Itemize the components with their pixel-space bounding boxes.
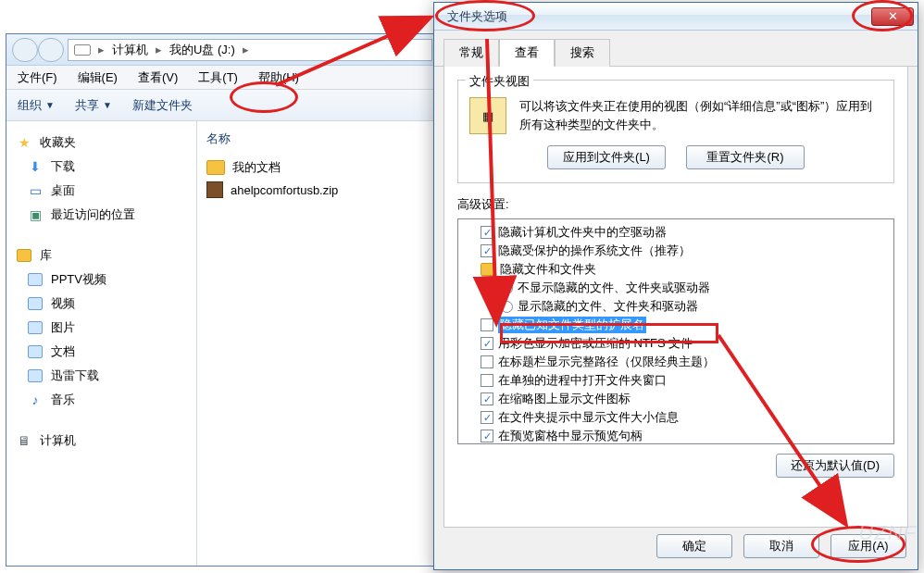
tab-search[interactable]: 搜索 <box>555 39 610 67</box>
ok-button[interactable]: 确定 <box>656 534 732 558</box>
share-button[interactable]: 共享▼ <box>75 97 112 114</box>
download-icon <box>27 367 44 384</box>
folder-icon <box>206 160 225 175</box>
explorer-body: ★收藏夹 ⬇下载 ▭桌面 ▣最近访问的位置 库 PPTV视频 视频 图片 文档 … <box>6 121 438 566</box>
dialog-title: 文件夹选项 <box>447 8 871 25</box>
sidebar-computer[interactable]: 🖥计算机 <box>10 429 193 453</box>
zip-icon <box>206 181 223 198</box>
radio-icon[interactable] <box>501 301 513 313</box>
sidebar-recent[interactable]: ▣最近访问的位置 <box>10 203 193 227</box>
drive-icon <box>74 44 91 56</box>
sidebar-downloads[interactable]: ⬇下载 <box>10 155 193 179</box>
close-button[interactable]: ✕ <box>871 7 914 26</box>
chevron-down-icon: ▼ <box>45 100 55 110</box>
sidebar-favorites[interactable]: ★收藏夹 <box>10 131 193 155</box>
checkbox-icon[interactable] <box>481 430 493 442</box>
advanced-settings-label: 高级设置: <box>457 196 894 213</box>
address-bar[interactable]: ▸ 计算机 ▸ 我的U盘 (J:) ▸ <box>68 39 432 61</box>
tree-item[interactable]: 显示隐藏的文件、文件夹和驱动器 <box>464 297 888 316</box>
explorer-addressbar-row: ▸ 计算机 ▸ 我的U盘 (J:) ▸ <box>6 34 438 66</box>
checkbox-icon[interactable] <box>481 226 493 239</box>
chevron-right-icon: ▸ <box>243 43 249 56</box>
radio-icon[interactable] <box>501 282 513 294</box>
menu-view[interactable]: 查看(V) <box>134 68 181 88</box>
tree-item[interactable]: 在缩略图上显示文件图标 <box>464 390 888 408</box>
sidebar-music[interactable]: ♪音乐 <box>10 388 193 412</box>
tree-item[interactable]: 隐藏受保护的操作系统文件（推荐） <box>464 242 888 260</box>
dialog-title-bar: 文件夹选项 ✕ <box>434 3 918 31</box>
menu-help[interactable]: 帮助(H) <box>255 68 303 88</box>
checkbox-icon[interactable] <box>481 337 493 350</box>
sidebar-thunder[interactable]: 迅雷下载 <box>10 364 193 388</box>
apply-to-folders-button[interactable]: 应用到文件夹(L) <box>547 145 666 169</box>
cancel-button[interactable]: 取消 <box>743 534 819 558</box>
breadcrumb-drive[interactable]: 我的U盘 (J:) <box>169 42 235 58</box>
pictures-icon <box>27 319 44 336</box>
breadcrumb-computer[interactable]: 计算机 <box>112 42 148 58</box>
nav-buttons <box>12 38 64 62</box>
sidebar-video[interactable]: 视频 <box>10 292 193 316</box>
star-icon: ★ <box>16 134 32 151</box>
list-item[interactable]: ahelpcomfortusb.zip <box>203 179 432 201</box>
tab-general[interactable]: 常规 <box>443 39 499 67</box>
folder-view-fieldset: 文件夹视图 ▦ 可以将该文件夹正在使用的视图（例如“详细信息”或“图标”）应用到… <box>457 80 894 183</box>
tree-item[interactable]: 用彩色显示加密或压缩的 NTFS 文件 <box>464 334 888 353</box>
back-button[interactable] <box>12 38 38 62</box>
sidebar-desktop[interactable]: ▭桌面 <box>10 179 193 203</box>
file-list: 名称 我的文档 ahelpcomfortusb.zip <box>197 121 438 566</box>
tree-item[interactable]: 在单独的进程中打开文件夹窗口 <box>464 371 888 390</box>
chevron-right-icon: ▸ <box>156 43 162 56</box>
toolbar: 组织▼ 共享▼ 新建文件夹 <box>6 90 438 121</box>
close-icon: ✕ <box>888 9 898 23</box>
forward-button[interactable] <box>38 38 64 62</box>
watermark: UZNF <box>858 521 917 545</box>
reset-folders-button[interactable]: 重置文件夹(R) <box>686 145 805 169</box>
checkbox-icon[interactable] <box>481 244 493 257</box>
new-folder-button[interactable]: 新建文件夹 <box>132 97 193 114</box>
documents-icon <box>27 343 44 360</box>
recent-icon: ▣ <box>27 206 44 223</box>
tree-item-hide-ext[interactable]: 隐藏已知文件类型的扩展名 <box>464 316 888 334</box>
tree-item[interactable]: 在预览窗格中显示预览句柄 <box>464 427 888 444</box>
library-icon <box>16 247 32 264</box>
explorer-window: ▸ 计算机 ▸ 我的U盘 (J:) ▸ 文件(F) 编辑(E) 查看(V) 工具… <box>6 33 439 567</box>
download-icon: ⬇ <box>27 158 44 175</box>
chevron-down-icon: ▼ <box>103 100 112 110</box>
folder-options-dialog: 文件夹选项 ✕ 常规 查看 搜索 文件夹视图 ▦ 可以将该文件夹正在使用的视图（… <box>433 2 918 570</box>
music-icon: ♪ <box>27 392 44 408</box>
checkbox-icon[interactable] <box>481 374 493 387</box>
tree-item[interactable]: 隐藏文件和文件夹 <box>464 260 888 279</box>
tree-item[interactable]: 在标题栏显示完整路径（仅限经典主题） <box>464 353 888 371</box>
chevron-right-icon: ▸ <box>98 43 105 56</box>
restore-defaults-button[interactable]: 还原为默认值(D) <box>776 454 894 478</box>
tree-item[interactable]: 隐藏计算机文件夹中的空驱动器 <box>464 223 888 242</box>
sidebar-libraries[interactable]: 库 <box>10 243 193 268</box>
organize-button[interactable]: 组织▼ <box>18 97 55 114</box>
tab-panel-view: 文件夹视图 ▦ 可以将该文件夹正在使用的视图（例如“详细信息”或“图标”）应用到… <box>443 67 908 528</box>
folder-icon <box>481 263 495 276</box>
checkbox-icon[interactable] <box>481 355 493 368</box>
list-item[interactable]: 我的文档 <box>203 156 432 179</box>
tab-view[interactable]: 查看 <box>499 39 555 67</box>
sidebar-pictures[interactable]: 图片 <box>10 316 193 340</box>
column-header-name[interactable]: 名称 <box>203 127 432 156</box>
computer-icon: 🖥 <box>16 432 32 449</box>
sidebar-documents[interactable]: 文档 <box>10 340 193 364</box>
video-icon <box>27 295 44 312</box>
menu-file[interactable]: 文件(F) <box>14 68 61 88</box>
fieldset-desc: 可以将该文件夹正在使用的视图（例如“详细信息”或“图标”）应用到所有这种类型的文… <box>519 97 882 134</box>
checkbox-icon[interactable] <box>481 318 493 331</box>
menu-tools[interactable]: 工具(T) <box>194 68 242 88</box>
video-icon <box>27 271 44 288</box>
advanced-settings-tree[interactable]: 隐藏计算机文件夹中的空驱动器 隐藏受保护的操作系统文件（推荐） 隐藏文件和文件夹… <box>457 218 894 444</box>
menu-bar: 文件(F) 编辑(E) 查看(V) 工具(T) 帮助(H) <box>6 66 438 90</box>
folder-view-icon: ▦ <box>469 97 506 134</box>
checkbox-icon[interactable] <box>481 411 493 424</box>
menu-edit[interactable]: 编辑(E) <box>74 68 121 88</box>
checkbox-icon[interactable] <box>481 392 493 405</box>
sidebar-pptv[interactable]: PPTV视频 <box>10 268 193 292</box>
tree-item[interactable]: 不显示隐藏的文件、文件夹或驱动器 <box>464 279 888 297</box>
tab-row: 常规 查看 搜索 <box>434 31 918 67</box>
tree-item[interactable]: 在文件夹提示中显示文件大小信息 <box>464 408 888 427</box>
sidebar: ★收藏夹 ⬇下载 ▭桌面 ▣最近访问的位置 库 PPTV视频 视频 图片 文档 … <box>6 121 197 566</box>
